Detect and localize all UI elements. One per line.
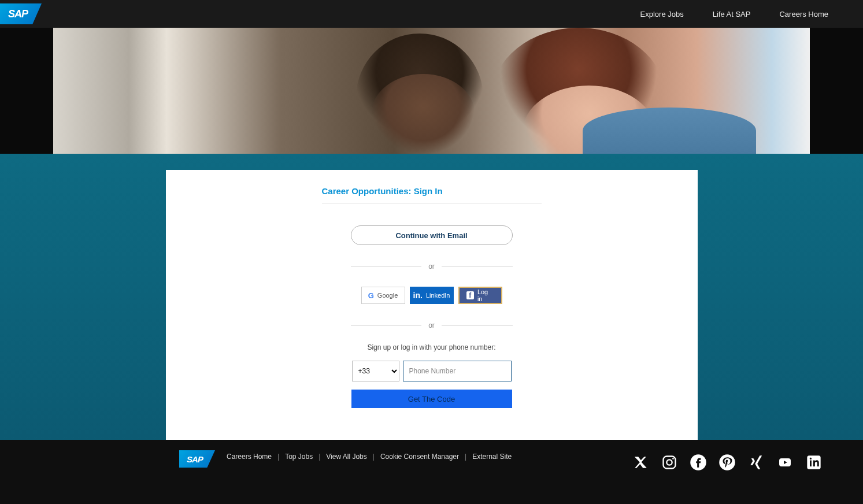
x-icon[interactable] xyxy=(632,454,649,471)
xing-icon[interactable] xyxy=(747,454,765,471)
divider-text: or xyxy=(428,262,435,270)
google-icon: G xyxy=(368,291,374,300)
nav-explore-jobs[interactable]: Explore Jobs xyxy=(640,10,684,18)
footer-separator: | xyxy=(277,453,279,461)
google-label: Google xyxy=(377,292,398,299)
footer-social-icons xyxy=(632,454,823,471)
facebook-login-button[interactable]: f Log in xyxy=(458,287,502,304)
footer: SAP Careers Home | Top Jobs | View All J… xyxy=(0,440,863,504)
facebook-label: Log in xyxy=(477,288,494,302)
social-login-row: G Google in. LinkedIn f Log in xyxy=(361,287,502,304)
facebook-icon[interactable] xyxy=(690,454,707,471)
nav-careers-home[interactable]: Careers Home xyxy=(779,10,828,18)
footer-link-view-all-jobs[interactable]: View All Jobs xyxy=(326,453,366,461)
svg-point-1 xyxy=(666,459,672,465)
google-login-button[interactable]: G Google xyxy=(361,287,405,304)
svg-point-2 xyxy=(672,458,674,459)
linkedin-icon[interactable] xyxy=(805,454,823,471)
pinterest-icon[interactable] xyxy=(718,454,736,471)
footer-links: Careers Home | Top Jobs | View All Jobs … xyxy=(227,453,512,461)
signin-card: Career Opportunities: Sign In Continue w… xyxy=(166,170,698,442)
linkedin-label: LinkedIn xyxy=(426,292,450,299)
linkedin-icon: in. xyxy=(413,291,423,300)
youtube-icon[interactable] xyxy=(776,454,794,471)
linkedin-login-button[interactable]: in. LinkedIn xyxy=(410,287,454,304)
nav-life-at-sap[interactable]: Life At SAP xyxy=(713,10,751,18)
divider-line xyxy=(442,266,513,267)
divider-text: or xyxy=(428,321,435,329)
divider: or xyxy=(351,262,513,270)
sap-logo[interactable]: SAP xyxy=(0,3,42,24)
hero-banner xyxy=(53,28,810,154)
main-section: Career Opportunities: Sign In Continue w… xyxy=(0,154,863,440)
footer-sap-logo-text: SAP xyxy=(187,454,208,464)
get-the-code-button[interactable]: Get The Code xyxy=(351,390,512,408)
footer-separator: | xyxy=(318,453,320,461)
facebook-icon: f xyxy=(466,291,474,299)
footer-link-external-site[interactable]: External Site xyxy=(472,453,512,461)
continue-with-email-button[interactable]: Continue with Email xyxy=(351,225,513,245)
sap-logo-text: SAP xyxy=(8,8,34,20)
divider-line xyxy=(351,325,422,326)
divider-line xyxy=(351,266,422,267)
header-bar: SAP Explore Jobs Life At SAP Careers Hom… xyxy=(0,0,863,28)
footer-sap-logo[interactable]: SAP xyxy=(179,450,215,468)
hero-graphic xyxy=(583,108,756,154)
hero-graphic xyxy=(371,74,475,154)
footer-separator: | xyxy=(373,453,375,461)
footer-separator: | xyxy=(465,453,466,461)
phone-prompt-text: Sign up or log in with your phone number… xyxy=(367,343,495,351)
phone-number-input[interactable] xyxy=(403,361,512,381)
footer-link-top-jobs[interactable]: Top Jobs xyxy=(285,453,313,461)
country-code-select[interactable]: +33 xyxy=(352,361,399,381)
divider: or xyxy=(351,321,513,329)
footer-link-cookie-consent[interactable]: Cookie Consent Manager xyxy=(380,453,459,461)
phone-input-row: +33 xyxy=(352,361,512,381)
header-nav: Explore Jobs Life At SAP Careers Home xyxy=(640,10,851,18)
instagram-icon[interactable] xyxy=(661,454,678,471)
divider-line xyxy=(442,325,513,326)
signin-title: Career Opportunities: Sign In xyxy=(322,186,542,203)
footer-link-careers-home[interactable]: Careers Home xyxy=(227,453,272,461)
